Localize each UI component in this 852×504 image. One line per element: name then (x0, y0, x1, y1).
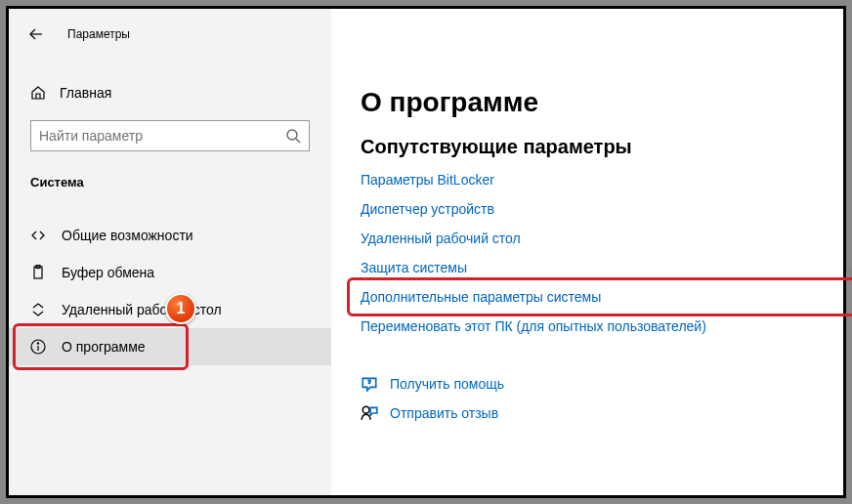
link-rename-pc[interactable]: Переименовать этот ПК (для опытных польз… (361, 318, 706, 334)
info-icon (30, 339, 46, 355)
clipboard-icon (30, 265, 46, 280)
settings-window: Параметры Главная Система Общие возможно… (6, 6, 846, 498)
home-label: Главная (60, 85, 111, 101)
sidebar: Параметры Главная Система Общие возможно… (9, 9, 331, 495)
back-icon[interactable] (28, 26, 44, 42)
link-remote-desktop[interactable]: Удаленный рабочий стол (361, 231, 521, 246)
nav-item-remote[interactable]: Удаленный рабочий стол 1 (9, 291, 331, 328)
link-feedback[interactable]: Отправить отзыв (361, 404, 498, 422)
link-device-manager[interactable]: Диспетчер устройств (361, 201, 494, 217)
nav-item-about[interactable]: О программе (9, 328, 331, 365)
search-field[interactable] (39, 128, 285, 144)
link-bitlocker[interactable]: Параметры BitLocker (361, 172, 494, 188)
feedback-icon (361, 404, 378, 422)
aux-links: Получить помощь Отправить отзыв (361, 375, 843, 422)
main-panel: О программе Сопутствующие параметры Пара… (331, 9, 843, 495)
aux-label: Получить помощь (390, 376, 504, 392)
svg-point-13 (362, 406, 369, 413)
section-heading: Система (9, 169, 331, 201)
nav-item-clipboard[interactable]: Буфер обмена (9, 254, 331, 291)
nav-label: Общие возможности (62, 228, 193, 243)
svg-point-5 (287, 130, 297, 140)
search-icon (285, 128, 301, 144)
aux-label: Отправить отзыв (390, 405, 498, 421)
svg-point-11 (37, 343, 38, 344)
shared-icon (30, 228, 46, 243)
svg-line-6 (296, 139, 300, 143)
home-link[interactable]: Главная (9, 77, 331, 108)
remote-icon (30, 302, 46, 317)
nav-label: Буфер обмена (62, 265, 154, 280)
page-heading: О программе (361, 87, 843, 118)
link-advanced-settings[interactable]: Дополнительные параметры системы (361, 289, 601, 305)
titlebar: Параметры (9, 22, 331, 46)
link-get-help[interactable]: Получить помощь (361, 375, 504, 393)
link-system-protection[interactable]: Защита системы (361, 260, 467, 275)
nav-list: Общие возможности Буфер обмена Удаленный… (9, 217, 331, 365)
search-input[interactable] (30, 120, 310, 151)
page-subheading: Сопутствующие параметры (361, 136, 843, 158)
nav-label: О программе (62, 339, 146, 355)
home-icon (30, 85, 46, 101)
annotation-badge-1: 1 (165, 293, 196, 324)
link-advanced-wrapper: Дополнительные параметры системы 2 (361, 289, 843, 305)
help-icon (361, 375, 378, 393)
nav-item-shared[interactable]: Общие возможности (9, 217, 331, 254)
related-links: Параметры BitLocker Диспетчер устройств … (361, 172, 843, 334)
window-title: Параметры (67, 27, 130, 41)
nav-label: Удаленный рабочий стол (62, 302, 222, 317)
